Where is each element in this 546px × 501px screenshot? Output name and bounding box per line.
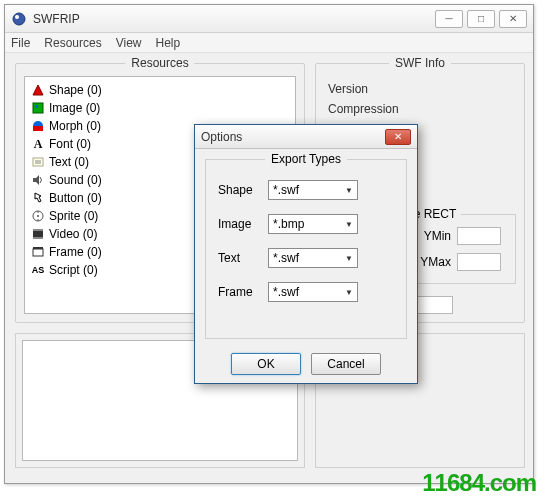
export-text-combo[interactable]: *.swf ▼ [268, 248, 358, 268]
svg-point-1 [15, 15, 19, 19]
button-icon [31, 191, 45, 205]
window-title: SWFRIP [33, 12, 435, 26]
close-button[interactable]: ✕ [499, 10, 527, 28]
text-icon [31, 155, 45, 169]
export-image-label: Image [218, 217, 258, 231]
export-image-value: *.bmp [273, 217, 304, 231]
chevron-down-icon: ▼ [345, 186, 353, 195]
maximize-button[interactable]: □ [467, 10, 495, 28]
export-image-combo[interactable]: *.bmp ▼ [268, 214, 358, 234]
chevron-down-icon: ▼ [345, 254, 353, 263]
cancel-button[interactable]: Cancel [311, 353, 381, 375]
ok-button[interactable]: OK [231, 353, 301, 375]
export-shape-label: Shape [218, 183, 258, 197]
dialog-titlebar: Options ✕ [195, 125, 417, 149]
svg-rect-6 [33, 158, 43, 166]
export-frame-label: Frame [218, 285, 258, 299]
export-row-text: Text *.swf ▼ [218, 248, 358, 268]
svg-point-0 [13, 13, 25, 25]
menubar: File Resources View Help [5, 33, 533, 53]
options-dialog: Options ✕ Export Types Shape *.swf ▼ Ima… [194, 124, 418, 384]
svg-rect-5 [33, 126, 43, 131]
menu-resources[interactable]: Resources [44, 36, 101, 50]
minimize-button[interactable]: ─ [435, 10, 463, 28]
menu-view[interactable]: View [116, 36, 142, 50]
export-text-label: Text [218, 251, 258, 265]
script-icon: AS [31, 263, 45, 277]
app-icon [11, 11, 27, 27]
svg-rect-4 [35, 105, 38, 108]
export-frame-value: *.swf [273, 285, 299, 299]
ymin-input[interactable] [457, 227, 501, 245]
export-row-image: Image *.bmp ▼ [218, 214, 358, 234]
ymin-row: YMin [417, 227, 501, 245]
svg-marker-9 [33, 175, 39, 185]
dialog-close-button[interactable]: ✕ [385, 129, 411, 145]
menu-help[interactable]: Help [156, 36, 181, 50]
info-compression-label: Compression [328, 102, 399, 116]
svg-rect-18 [33, 247, 43, 249]
font-icon: A [31, 137, 45, 151]
export-types-legend: Export Types [265, 152, 347, 166]
info-version-label: Version [328, 82, 368, 96]
resources-legend: Resources [125, 56, 194, 70]
dialog-buttons: OK Cancel [195, 353, 417, 375]
video-icon [31, 227, 45, 241]
svg-rect-14 [33, 231, 43, 237]
svg-point-11 [37, 215, 39, 217]
morph-icon [31, 119, 45, 133]
watermark: 11684.com [422, 469, 536, 497]
chevron-down-icon: ▼ [345, 288, 353, 297]
export-row-frame: Frame *.swf ▼ [218, 282, 358, 302]
dialog-title: Options [201, 130, 385, 144]
titlebar: SWFRIP ─ □ ✕ [5, 5, 533, 33]
chevron-down-icon: ▼ [345, 220, 353, 229]
export-shape-value: *.swf [273, 183, 299, 197]
export-text-value: *.swf [273, 251, 299, 265]
image-icon [31, 101, 45, 115]
menu-file[interactable]: File [11, 36, 30, 50]
svg-rect-17 [33, 249, 43, 256]
svg-rect-16 [33, 237, 43, 239]
tree-item-image[interactable]: Image (0) [31, 99, 289, 117]
svg-marker-2 [33, 85, 43, 95]
sprite-icon [31, 209, 45, 223]
color-swatch[interactable] [413, 296, 453, 314]
ymax-label: YMax [417, 255, 451, 269]
ymax-row: YMax [417, 253, 501, 271]
window-controls: ─ □ ✕ [435, 10, 527, 28]
svg-rect-15 [33, 229, 43, 231]
sound-icon [31, 173, 45, 187]
export-frame-combo[interactable]: *.swf ▼ [268, 282, 358, 302]
ymin-label: YMin [417, 229, 451, 243]
export-row-shape: Shape *.swf ▼ [218, 180, 358, 200]
ymax-input[interactable] [457, 253, 501, 271]
tree-item-shape[interactable]: Shape (0) [31, 81, 289, 99]
swf-info-legend: SWF Info [389, 56, 451, 70]
shape-icon [31, 83, 45, 97]
export-types-group: Export Types Shape *.swf ▼ Image *.bmp ▼… [205, 159, 407, 339]
export-shape-combo[interactable]: *.swf ▼ [268, 180, 358, 200]
frame-icon [31, 245, 45, 259]
